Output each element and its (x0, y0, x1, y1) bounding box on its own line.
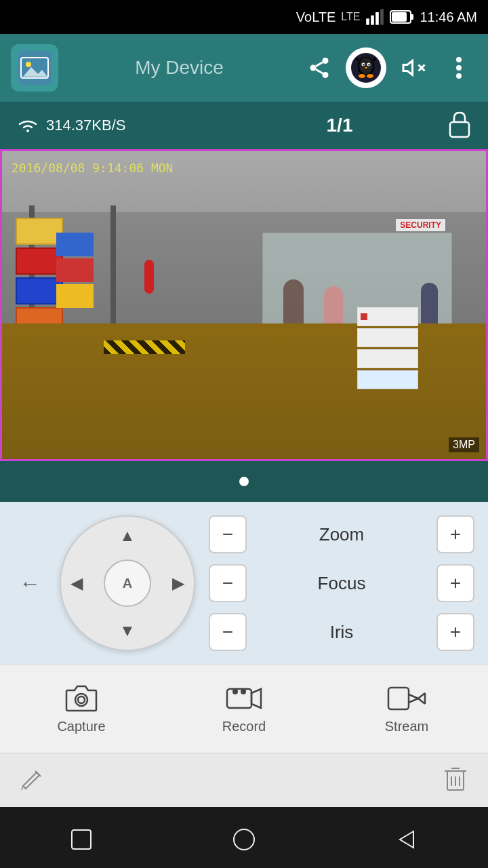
camera-timestamp: 2016/08/08 9:14:06 MON (12, 161, 173, 175)
svg-line-40 (418, 693, 425, 698)
dot-indicator (0, 461, 488, 502)
svg-point-38 (241, 689, 246, 694)
capture-tool[interactable]: Capture (0, 684, 163, 734)
svg-rect-35 (227, 689, 251, 708)
controls-back-button[interactable]: ← (14, 566, 46, 601)
joystick-auto-label: A (123, 576, 132, 591)
pencil-icon (20, 767, 45, 791)
focus-minus-button[interactable]: − (209, 564, 247, 602)
svg-rect-39 (388, 688, 409, 709)
focus-label: Focus (255, 573, 428, 594)
svg-rect-3 (381, 9, 384, 24)
trash-icon (443, 766, 468, 793)
joystick-right-button[interactable]: ▶ (172, 574, 184, 593)
nav-home-button[interactable] (232, 827, 256, 854)
qq-button[interactable] (346, 47, 386, 88)
nav-bar (0, 807, 488, 868)
pencil-button[interactable] (20, 767, 45, 794)
extra-bar (0, 753, 488, 807)
wifi-icon (16, 116, 39, 135)
joystick-up-button[interactable]: ▲ (119, 526, 136, 545)
svg-line-42 (418, 698, 425, 704)
photo-icon (18, 51, 52, 85)
svg-point-29 (456, 57, 462, 62)
svg-point-12 (310, 65, 316, 71)
svg-rect-2 (376, 12, 380, 25)
joystick[interactable]: ▲ ◀ A ▶ ▼ (60, 515, 195, 651)
zoom-row: − Zoom + (209, 515, 474, 553)
trash-button[interactable] (443, 766, 468, 795)
back-arrow-icon (394, 827, 419, 852)
nav-back-button[interactable] (394, 827, 419, 854)
sliders-panel: − Zoom + − Focus + − Iris + (209, 515, 474, 651)
focus-plus-button[interactable]: + (436, 564, 474, 602)
joystick-center-button[interactable]: A (104, 559, 151, 607)
svg-point-31 (456, 73, 462, 79)
carrier-text: VoLTE (296, 9, 336, 25)
controls-panel: ← ▲ ◀ A ▶ ▼ − Zoom + − Focus + (0, 502, 488, 665)
svg-point-37 (232, 689, 238, 694)
more-icon (455, 56, 462, 80)
svg-point-33 (75, 694, 87, 706)
volume-mute-icon (401, 56, 426, 80)
share-button[interactable] (300, 50, 338, 87)
info-bar: 314.37KB/S 1/1 (0, 102, 488, 149)
record-tool[interactable]: Record (163, 684, 325, 734)
svg-marker-26 (403, 61, 413, 75)
signal-icon (365, 7, 384, 26)
bottom-toolbar: Capture Record Stream (0, 665, 488, 753)
app-bar: My Device (0, 34, 488, 102)
camera-resolution: 3MP (449, 437, 479, 452)
focus-row: − Focus + (209, 564, 474, 602)
svg-rect-7 (18, 51, 52, 85)
app-bar-actions (300, 47, 477, 88)
iris-label: Iris (255, 622, 428, 643)
zoom-label: Zoom (255, 524, 428, 545)
svg-rect-0 (367, 18, 370, 24)
svg-point-52 (234, 829, 254, 850)
more-menu-button[interactable] (440, 50, 477, 87)
controls-top: ← ▲ ◀ A ▶ ▼ − Zoom + − Focus + (14, 515, 474, 651)
svg-point-9 (26, 62, 31, 67)
battery-icon (390, 9, 414, 24)
zoom-plus-button[interactable]: + (436, 515, 474, 553)
iris-minus-button[interactable]: − (209, 613, 247, 651)
svg-point-22 (368, 64, 369, 65)
iris-plus-button[interactable]: + (436, 613, 474, 651)
app-logo[interactable] (11, 44, 58, 92)
camera-icon (64, 684, 99, 713)
svg-point-25 (367, 74, 373, 78)
svg-marker-36 (251, 689, 261, 708)
wifi-section: 314.37KB/S (16, 116, 232, 135)
network-speed: 314.37KB/S (46, 117, 125, 134)
lock-icon (447, 110, 472, 138)
svg-point-18 (359, 58, 373, 74)
svg-point-11 (322, 58, 328, 64)
product-boxes (357, 307, 418, 391)
stream-label: Stream (385, 719, 428, 734)
joystick-down-button[interactable]: ▼ (119, 621, 136, 640)
volume-button[interactable] (394, 50, 432, 87)
lock-button[interactable] (447, 110, 472, 141)
joystick-left-button[interactable]: ◀ (70, 574, 83, 593)
stream-tool[interactable]: Stream (325, 684, 488, 734)
recents-icon (69, 827, 94, 852)
status-bar: VoLTE LTE 11:46 AM (0, 0, 488, 34)
record-label: Record (222, 719, 266, 734)
svg-point-30 (456, 65, 462, 71)
lte-badge: LTE (341, 11, 360, 23)
svg-point-24 (359, 74, 365, 78)
caution-stripe (104, 340, 185, 354)
svg-rect-32 (450, 122, 469, 137)
nav-recents-button[interactable] (69, 827, 94, 854)
svg-line-14 (315, 69, 322, 73)
svg-point-34 (78, 696, 85, 703)
stream-icon (387, 684, 426, 713)
qq-icon (350, 52, 382, 84)
security-sign: SECURITY (396, 219, 445, 231)
svg-line-44 (22, 786, 23, 790)
svg-marker-53 (400, 831, 413, 848)
svg-point-21 (363, 64, 364, 65)
zoom-minus-button[interactable]: − (209, 515, 247, 553)
time-display: 11:46 AM (420, 9, 477, 25)
